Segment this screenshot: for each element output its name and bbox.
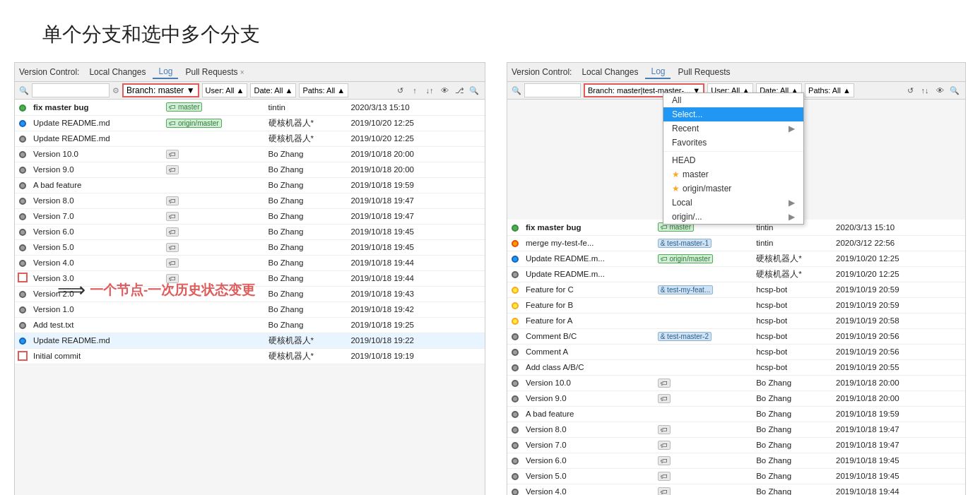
filter-date-left[interactable]: Date: All ▲: [250, 83, 296, 97]
commit-tag: [655, 313, 754, 328]
commit-message: Version 5.0: [30, 239, 163, 255]
commit-tag: & test-master-1: [655, 235, 754, 251]
table-row[interactable]: Version 1.0 Bo Zhang 2019/10/18 19:42: [15, 302, 485, 317]
close-icon-left[interactable]: ×: [240, 68, 244, 76]
commit-message: Version 5.0: [523, 468, 655, 484]
commit-dot: [19, 260, 26, 267]
search2-icon-left[interactable]: 🔍: [468, 84, 480, 97]
commit-tag: 🏷 origin/master: [163, 115, 265, 131]
commit-date: 2019/10/18 19:22: [348, 333, 485, 348]
tab-log-right[interactable]: Log: [645, 65, 671, 79]
settings-icon-left[interactable]: ⚙: [112, 86, 119, 95]
commit-author: Bo Zhang: [266, 286, 348, 302]
commit-date: 2019/10/18 19:47: [833, 422, 965, 437]
table-row[interactable]: Feature for C & test-my-feat... hcsp-bot…: [507, 282, 965, 297]
dropdown-item-head[interactable]: HEAD: [663, 153, 803, 167]
tab-log-left[interactable]: Log: [153, 65, 178, 79]
table-row[interactable]: Version 10.0 🏷 Bo Zhang 2019/10/18 20:00: [15, 146, 485, 162]
commit-tag: 🏷: [655, 375, 754, 390]
table-row[interactable]: Initial commit 硬核机器人* 2019/10/18 19:19: [15, 348, 485, 364]
commit-message: Version 7.0: [30, 208, 163, 224]
dropdown-item-master[interactable]: ★master: [663, 167, 803, 181]
table-row[interactable]: Version 4.0 🏷 Bo Zhang 2019/10/18 19:44: [507, 484, 965, 495]
dropdown-item-all[interactable]: All: [663, 93, 803, 107]
table-row[interactable]: Update README.md 硬核机器人* 2019/10/18 19:22: [15, 333, 485, 348]
table-row[interactable]: Version 9.0 🏷 Bo Zhang 2019/10/18 20:00: [507, 390, 965, 406]
filter-paths-right[interactable]: Paths: All ▲: [805, 83, 854, 97]
tab-local-changes-left[interactable]: Local Changes: [83, 65, 151, 79]
commit-tag: [655, 406, 754, 422]
filter-paths-left[interactable]: Paths: All ▲: [299, 83, 348, 97]
branch-selector-left[interactable]: Branch: master ▼: [122, 83, 199, 97]
push-icon-left[interactable]: ↑: [408, 84, 421, 97]
dropdown-item-recent[interactable]: Recent ▶: [663, 121, 803, 136]
commit-author: Bo Zhang: [753, 453, 833, 468]
commit-author: Bo Zhang: [266, 239, 348, 255]
table-row[interactable]: Version 4.0 🏷 Bo Zhang 2019/10/18 19:44: [15, 255, 485, 270]
eye-icon-right[interactable]: 👁: [933, 84, 946, 97]
refresh-icon-right[interactable]: ↺: [904, 84, 916, 97]
table-row[interactable]: Version 5.0 🏷 Bo Zhang 2019/10/18 19:45: [15, 239, 485, 255]
refresh-icon-left[interactable]: ↺: [394, 84, 406, 97]
commit-author: tintin: [753, 235, 833, 251]
table-row[interactable]: Update README.m... 🏷 origin/master 硬核机器人…: [507, 251, 965, 266]
search-input-right[interactable]: [524, 83, 581, 97]
table-row[interactable]: Feature for A hcsp-bot 2019/10/19 20:58: [507, 313, 965, 328]
table-row[interactable]: Version 7.0 🏷 Bo Zhang 2019/10/18 19:47: [15, 208, 485, 224]
table-row[interactable]: Update README.m... 硬核机器人* 2019/10/20 12:…: [507, 266, 965, 282]
eye-icon-left[interactable]: 👁: [438, 84, 451, 97]
commit-date: 2019/10/20 12:25: [833, 266, 965, 282]
commit-date: 2019/10/18 19:45: [833, 468, 965, 484]
table-row[interactable]: Version 7.0 🏷 Bo Zhang 2019/10/18 19:47: [507, 437, 965, 453]
commit-dot: [19, 338, 26, 345]
dropdown-item-origin[interactable]: origin/... ▶: [663, 210, 803, 224]
table-row[interactable]: Version 3.0 🏷 Bo Zhang 2019/10/18 19:44: [15, 270, 485, 286]
search-input-left[interactable]: [32, 83, 110, 97]
table-row[interactable]: Version 5.0 🏷 Bo Zhang 2019/10/18 19:45: [507, 468, 965, 484]
commit-dot: [512, 427, 519, 434]
right-panel: Version Control: Local Changes Log Pull …: [507, 62, 966, 495]
commit-message: Version 1.0: [30, 302, 163, 317]
table-row[interactable]: merge my-test-fe... & test-master-1 tint…: [507, 235, 965, 251]
dropdown-item-favorites[interactable]: Favorites: [663, 136, 803, 150]
pull-icon-left[interactable]: ↓↑: [423, 84, 436, 97]
push-icon-right[interactable]: ↑↓: [919, 84, 931, 97]
dropdown-item-select[interactable]: Select...: [663, 107, 803, 121]
table-row[interactable]: Comment A hcsp-bot 2019/10/19 20:56: [507, 344, 965, 359]
table-row[interactable]: Update README.md 硬核机器人* 2019/10/20 12:25: [15, 131, 485, 146]
tab-local-changes-right[interactable]: Local Changes: [576, 65, 644, 79]
table-row[interactable]: A bad feature Bo Zhang 2019/10/18 19:59: [507, 406, 965, 422]
table-row[interactable]: Version 8.0 🏷 Bo Zhang 2019/10/18 19:47: [15, 193, 485, 208]
table-row[interactable]: Version 8.0 🏷 Bo Zhang 2019/10/18 19:47: [507, 422, 965, 437]
table-row[interactable]: Update README.md 🏷 origin/master 硬核机器人* …: [15, 115, 485, 131]
commit-author: Bo Zhang: [266, 162, 348, 177]
commit-message: Version 2.0: [30, 286, 163, 302]
commit-tag: [163, 177, 265, 193]
commit-dot: [512, 225, 519, 232]
tab-pull-requests-right[interactable]: Pull Requests: [672, 65, 736, 79]
commit-date: 2019/10/19 20:59: [833, 282, 965, 297]
branch-icon-left[interactable]: ⎇: [453, 84, 466, 97]
table-row[interactable]: Feature for B hcsp-bot 2019/10/19 20:59: [507, 297, 965, 313]
table-row[interactable]: Version 9.0 🏷 Bo Zhang 2019/10/18 20:00: [15, 162, 485, 177]
commit-tag: [163, 131, 265, 146]
table-row[interactable]: Add class A/B/C hcsp-bot 2019/10/19 20:5…: [507, 359, 965, 375]
search2-icon-right[interactable]: 🔍: [948, 84, 961, 97]
table-row[interactable]: A bad feature Bo Zhang 2019/10/18 19:59: [15, 177, 485, 193]
dropdown-item-local[interactable]: Local ▶: [663, 196, 803, 210]
table-row[interactable]: Version 6.0 🏷 Bo Zhang 2019/10/18 19:45: [507, 453, 965, 468]
commit-date: 2019/10/18 20:00: [833, 390, 965, 406]
commit-date: 2019/10/19 20:59: [833, 297, 965, 313]
left-vc-label: Version Control:: [19, 67, 79, 77]
table-row[interactable]: fix master bug 🏷 master tintin 2020/3/13…: [15, 100, 485, 115]
dropdown-item-origin-master[interactable]: ★origin/master: [663, 181, 803, 196]
table-row[interactable]: Comment B/C & test-master-2 hcsp-bot 201…: [507, 328, 965, 344]
tab-pull-requests-left[interactable]: Pull Requests ×: [179, 65, 249, 79]
filter-user-left[interactable]: User: All ▲: [202, 83, 248, 97]
commit-message: Version 10.0: [30, 146, 163, 162]
table-row[interactable]: Version 2.0 Bo Zhang 2019/10/18 19:43: [15, 286, 485, 302]
table-row[interactable]: Version 10.0 🏷 Bo Zhang 2019/10/18 20:00: [507, 375, 965, 390]
table-row[interactable]: Version 6.0 🏷 Bo Zhang 2019/10/18 19:45: [15, 224, 485, 239]
commit-date: 2019/10/20 12:25: [348, 115, 485, 131]
table-row[interactable]: Add test.txt Bo Zhang 2019/10/18 19:25: [15, 317, 485, 333]
